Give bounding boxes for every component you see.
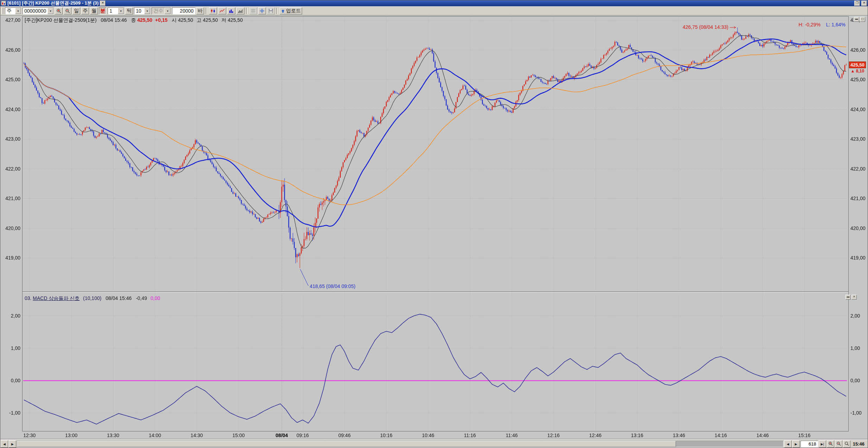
maximize-panel-icon[interactable]: ▢ <box>860 17 865 22</box>
upload-label: 업로드 <box>286 8 301 14</box>
tick-button[interactable]: 틱 <box>125 7 133 14</box>
scroll-left-button[interactable]: ◀ <box>1 440 8 448</box>
zoom-in-button[interactable] <box>55 7 63 14</box>
interval-minute-button[interactable]: 분 <box>99 7 107 14</box>
close-panel-icon[interactable]: ✕ <box>851 295 857 300</box>
chevron-down-icon: ▼ <box>15 8 21 14</box>
chart-canvas[interactable] <box>0 0 868 448</box>
indicator-name[interactable]: MACD 상승돌파 신호 <box>33 295 79 301</box>
macd-panel-buttons: ▬ ✕ <box>845 295 857 300</box>
visible-bars-count[interactable]: 618 <box>800 441 818 447</box>
close-tab-icon[interactable]: ✕ <box>100 1 106 6</box>
crosshair-icon <box>260 8 264 13</box>
bars-count-input[interactable]: 20000 <box>172 7 195 14</box>
scrollbar-thumb[interactable] <box>17 441 676 447</box>
count-select-disabled: 건수 ▼ <box>152 7 171 14</box>
search-button[interactable] <box>843 440 850 448</box>
step-left-button[interactable]: ◀ <box>784 440 792 448</box>
bottom-scrollbar: ◀ ▶ ◀ ▶ 618 ▶| 15:46 <box>0 440 868 448</box>
period-select[interactable]: 주 ▼ <box>5 7 21 14</box>
symbol-code-value: 00000000 <box>23 8 47 14</box>
collapse-panel-icon[interactable]: ▬ <box>845 295 851 300</box>
window-title: [6101] [주간] KP200 선물연결-2509 - 1분 (3) <box>7 0 98 6</box>
grid-icon <box>251 8 256 13</box>
scrollbar-track[interactable] <box>17 441 784 447</box>
window-chart-icon <box>1 1 6 6</box>
save-button[interactable] <box>267 7 275 14</box>
toolbar-separator <box>246 8 248 14</box>
toolbar-separator <box>206 8 207 14</box>
count-label: 건수 <box>152 8 165 14</box>
zoom-out-button[interactable] <box>835 440 842 448</box>
bar-chart-type-button[interactable] <box>227 7 235 14</box>
go-to-end-button[interactable]: ▶| <box>819 440 826 448</box>
upload-icon <box>281 9 285 13</box>
search-icon <box>844 441 849 447</box>
zoom-out-icon <box>65 8 70 13</box>
candle-chart-type-button[interactable] <box>209 7 217 14</box>
step-right-button[interactable]: ▶ <box>792 440 800 448</box>
chevron-down-icon: ▼ <box>144 8 150 14</box>
zoom-in-icon <box>56 8 61 13</box>
zoom-out-icon <box>836 441 841 447</box>
save-icon <box>268 8 273 13</box>
grid-toggle-button[interactable] <box>249 7 257 14</box>
zoom-in-icon <box>828 441 833 447</box>
area-chart-type-button[interactable] <box>236 7 244 14</box>
chevron-down-icon: ▼ <box>118 8 124 14</box>
toolbar-grip <box>1 8 3 14</box>
zoom-out-button[interactable] <box>64 7 71 14</box>
tick-value-select[interactable]: 10 ▼ <box>134 7 151 14</box>
interval-value-select[interactable]: 1 ▼ <box>108 7 124 14</box>
interval-month-button[interactable]: 월 <box>90 7 98 14</box>
line-chart-icon <box>219 8 225 13</box>
toolbar: 주 ▼ 00000000 ▼ 일 주 월 분 1 ▼ 틱 10 ▼ 건수 ▼ 2… <box>0 6 868 15</box>
title-bar: [6101] [주간] KP200 선물연결-2509 - 1분 (3) ✕ ❐… <box>0 0 868 6</box>
tick-value: 10 <box>134 8 144 14</box>
upload-button[interactable]: 업로드 <box>280 7 302 14</box>
restore-window-icon[interactable]: ❐ <box>854 1 860 6</box>
chevron-down-icon: ▼ <box>165 8 171 14</box>
chevron-down-icon: ▼ <box>47 8 53 14</box>
toolbar-separator <box>276 8 278 14</box>
last-time-label: 15:46 <box>853 441 864 447</box>
scroll-right-button[interactable]: ▶ <box>9 440 16 448</box>
close-window-icon[interactable]: ✕ <box>861 1 867 6</box>
zoom-in-button[interactable] <box>827 440 834 448</box>
bar-mode-button[interactable]: 바 <box>196 7 204 14</box>
interval-value: 1 <box>108 8 118 14</box>
interval-week-button[interactable]: 주 <box>81 7 89 14</box>
candle-chart-icon <box>210 8 216 13</box>
area-chart-icon <box>238 8 243 13</box>
main-panel-buttons: ▬ ▢ <box>854 17 865 22</box>
bar-chart-icon <box>229 8 234 13</box>
line-chart-type-button[interactable] <box>218 7 226 14</box>
interval-day-button[interactable]: 일 <box>72 7 80 14</box>
crosshair-button[interactable] <box>258 7 266 14</box>
period-select-value: 주 <box>5 8 15 14</box>
collapse-panel-icon[interactable]: ▬ <box>854 17 859 22</box>
symbol-code-input[interactable]: 00000000 ▼ <box>23 7 54 14</box>
